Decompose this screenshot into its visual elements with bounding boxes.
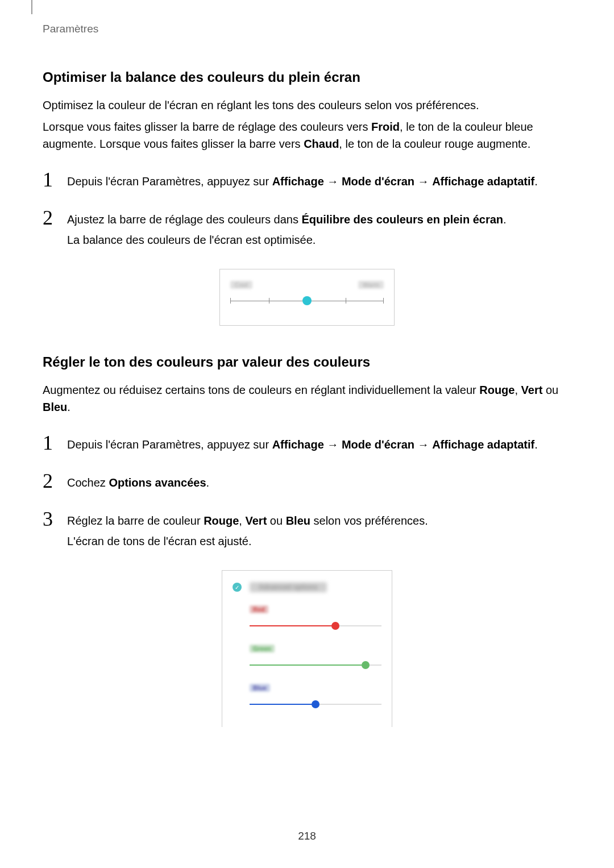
bold-adaptatif: Affichage adaptatif	[432, 175, 534, 188]
step-item: 1 Depuis l'écran Paramètres, appuyez sur…	[43, 169, 571, 193]
green-line	[250, 665, 366, 666]
slider-tick	[269, 298, 269, 304]
step-item: 1 Depuis l'écran Paramètres, appuyez sur…	[43, 433, 571, 456]
bold-chaud: Chaud	[304, 138, 339, 150]
text: ,	[239, 514, 245, 527]
text: Cochez	[67, 476, 109, 489]
bold-vert: Vert	[245, 514, 267, 527]
cool-label: Cool	[230, 281, 252, 289]
bold-vert: Vert	[521, 384, 543, 396]
text: Depuis l'écran Paramètres, appuyez sur	[67, 438, 272, 451]
red-handle	[331, 622, 339, 630]
slider-tick	[346, 298, 346, 304]
bold-affichage: Affichage	[272, 175, 324, 188]
bold-rouge: Rouge	[204, 514, 239, 527]
step-item: 2 Ajustez la barre de réglage des couleu…	[43, 207, 571, 252]
text: Depuis l'écran Paramètres, appuyez sur	[67, 175, 272, 188]
color-balance-figure: Cool Warm	[219, 269, 395, 326]
page-content: Paramètres Optimiser la balance des coul…	[0, 0, 614, 727]
green-slider-block: Green	[250, 643, 381, 670]
step-number-1: 1	[43, 433, 63, 453]
blue-slider	[250, 700, 381, 709]
text: .	[206, 476, 210, 489]
warm-label: Warm	[358, 281, 384, 289]
checkmark-icon: ✓	[233, 583, 242, 592]
bold-mode: Mode d'écran	[342, 175, 414, 188]
text: ,	[515, 384, 521, 396]
step-number-1: 1	[43, 169, 63, 190]
text: .	[503, 213, 507, 226]
text: Lorsque vous faites glisser la barre de …	[43, 121, 371, 133]
bold-adaptatif: Affichage adaptatif	[432, 438, 534, 451]
green-handle	[362, 661, 370, 669]
text: La balance des couleurs de l'écran est o…	[67, 231, 507, 248]
page-number: 218	[0, 830, 614, 842]
section2-para1: Augmentez ou réduisez certains tons de c…	[43, 381, 571, 416]
section2-steps: 1 Depuis l'écran Paramètres, appuyez sur…	[43, 433, 571, 553]
figure2-header: ✓ Advanced options	[233, 582, 381, 592]
bold-equilibre: Équilibre des couleurs en plein écran	[301, 213, 503, 226]
text: Réglez la barre de couleur	[67, 514, 204, 527]
slider-tick	[383, 298, 384, 304]
gray-line	[335, 625, 381, 626]
text: .	[67, 401, 70, 413]
red-line	[250, 625, 335, 626]
bold-mode: Mode d'écran	[342, 438, 414, 451]
text: selon vos préférences.	[310, 514, 428, 527]
breadcrumb: Paramètres	[43, 23, 571, 35]
arrow-icon: →	[414, 175, 432, 188]
step-content: Cochez Options avancées.	[67, 471, 209, 495]
balance-slider	[230, 296, 384, 307]
section1-para2: Lorsque vous faites glisser la barre de …	[43, 118, 571, 152]
step-number-3: 3	[43, 509, 63, 529]
figure2-container: ✓ Advanced options Red Green	[43, 570, 571, 727]
text: Ajustez la barre de réglage des couleurs…	[67, 213, 301, 226]
bold-bleu: Bleu	[286, 514, 310, 527]
advanced-options-figure: ✓ Advanced options Red Green	[222, 570, 392, 727]
bold-froid: Froid	[371, 121, 400, 133]
step-item: 3 Réglez la barre de couleur Rouge, Vert…	[43, 509, 571, 553]
arrow-icon: →	[324, 175, 342, 188]
slider-tick	[230, 298, 231, 304]
blue-line	[250, 704, 316, 705]
text: ou	[267, 514, 285, 527]
bold-options: Options avancées	[109, 476, 206, 489]
text: ou	[542, 384, 558, 396]
blue-handle	[312, 700, 320, 708]
figure1-labels: Cool Warm	[230, 281, 384, 289]
text: Augmentez ou réduisez certains tons de c…	[43, 384, 479, 396]
text: .	[534, 438, 538, 451]
step-content: Depuis l'écran Paramètres, appuyez sur A…	[67, 169, 538, 193]
bold-bleu: Bleu	[43, 401, 67, 413]
gray-line	[316, 704, 381, 705]
step-content: Réglez la barre de couleur Rouge, Vert o…	[67, 509, 428, 553]
step-number-2: 2	[43, 471, 63, 491]
bold-affichage: Affichage	[272, 438, 324, 451]
step-item: 2 Cochez Options avancées.	[43, 471, 571, 495]
green-label: Green	[250, 645, 275, 653]
red-slider	[250, 621, 381, 630]
bold-rouge: Rouge	[479, 384, 515, 396]
text: , le ton de la couleur rouge augmente.	[339, 138, 530, 150]
step-content: Depuis l'écran Paramètres, appuyez sur A…	[67, 433, 538, 456]
red-slider-block: Red	[250, 604, 381, 630]
section1-para1: Optimisez la couleur de l'écran en régla…	[43, 97, 571, 114]
figure1-container: Cool Warm	[43, 269, 571, 326]
slider-handle	[302, 296, 312, 305]
text: L'écran de tons de l'écran est ajusté.	[67, 533, 428, 550]
arrow-icon: →	[324, 438, 342, 451]
section1-title: Optimiser la balance des couleurs du ple…	[43, 69, 571, 85]
green-slider	[250, 661, 381, 670]
step-number-2: 2	[43, 207, 63, 228]
red-label: Red	[250, 605, 268, 613]
step-content: Ajustez la barre de réglage des couleurs…	[67, 207, 507, 252]
blue-label: Blue	[250, 684, 270, 692]
section1-steps: 1 Depuis l'écran Paramètres, appuyez sur…	[43, 169, 571, 252]
blue-slider-block: Blue	[250, 682, 381, 709]
arrow-icon: →	[414, 438, 432, 451]
section2-title: Régler le ton des couleurs par valeur de…	[43, 354, 571, 370]
advanced-options-label: Advanced options	[250, 582, 327, 592]
text: .	[534, 175, 538, 188]
header-accent-line	[31, 0, 32, 14]
